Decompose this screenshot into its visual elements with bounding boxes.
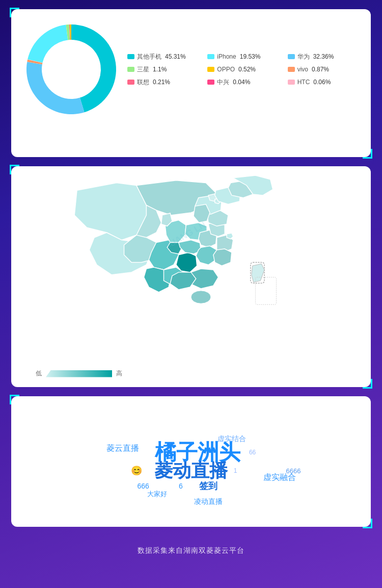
legend-pct: 0.52% bbox=[238, 66, 256, 73]
word-cloud-item: 虚实结合 bbox=[217, 434, 246, 444]
legend-name: 联想 bbox=[137, 78, 149, 87]
legend-color bbox=[288, 80, 295, 85]
legend-item: 华为 32.36% bbox=[288, 53, 362, 61]
legend-pct: 0.06% bbox=[313, 79, 331, 86]
legend-color bbox=[207, 54, 214, 59]
legend-color bbox=[127, 80, 134, 85]
legend-pct: 45.31% bbox=[165, 53, 186, 60]
legend-item: 三星 1.1% bbox=[127, 65, 201, 74]
device-legend: 其他手机 45.31% iPhone 19.53% 华为 32.36% 三星 1… bbox=[127, 53, 362, 87]
word-cloud-item: 菱动直播 bbox=[154, 458, 228, 483]
legend-pct: 1.1% bbox=[153, 66, 167, 73]
legend-name: 三星 bbox=[137, 65, 149, 74]
legend-pct: 0.21% bbox=[153, 79, 170, 86]
legend-low-label: 低 bbox=[36, 369, 42, 378]
word-cloud-item: 1 bbox=[234, 467, 237, 474]
legend-name: vivo bbox=[297, 66, 308, 73]
legend-item: 中兴 0.04% bbox=[207, 78, 281, 87]
word-cloud-item: 6666 bbox=[286, 467, 301, 474]
word-cloud-container: 橘子洲头菱动直播菱云直播虚实结合虚实融合签到66661666666大家好凌动直播… bbox=[20, 405, 362, 518]
legend-color bbox=[288, 67, 295, 72]
word-cloud-item: 凌动直播 bbox=[194, 497, 223, 506]
legend-item: OPPO 0.52% bbox=[207, 65, 281, 74]
legend-item: 其他手机 45.31% bbox=[127, 53, 201, 61]
legend-pct: 0.87% bbox=[312, 66, 329, 73]
legend-name: iPhone bbox=[217, 53, 236, 60]
word-cloud-item: 大家好 bbox=[147, 490, 167, 499]
footer: 数据采集来自湖南双菱菱云平台 bbox=[0, 536, 382, 563]
legend-item: iPhone 19.53% bbox=[207, 53, 281, 61]
word-cloud-item: 😊 bbox=[131, 465, 142, 476]
legend-high-label: 高 bbox=[116, 369, 122, 378]
legend-pct: 19.53% bbox=[240, 53, 261, 60]
legend-item: vivo 0.87% bbox=[288, 65, 362, 74]
legend-name: 其他手机 bbox=[137, 53, 161, 61]
legend-name: OPPO bbox=[217, 66, 235, 73]
legend-color bbox=[288, 54, 295, 59]
legend-item: HTC 0.06% bbox=[288, 78, 362, 87]
gradient-bar bbox=[46, 370, 112, 377]
geo-distribution-panel: SUANG LN 低 高 bbox=[11, 166, 371, 387]
map-legend: 低 高 bbox=[36, 369, 122, 378]
word-cloud-item: 6 bbox=[179, 482, 183, 490]
china-map: SUANG LN bbox=[20, 175, 362, 364]
legend-name: HTC bbox=[297, 79, 310, 86]
legend-item: 联想 0.21% bbox=[127, 78, 201, 87]
legend-name: 华为 bbox=[297, 53, 310, 61]
legend-color bbox=[127, 54, 134, 59]
footer-text: 数据采集来自湖南双菱菱云平台 bbox=[138, 546, 244, 554]
device-distribution-panel: 其他手机 45.31% iPhone 19.53% 华为 32.36% 三星 1… bbox=[11, 9, 371, 157]
word-cloud-item: 签到 bbox=[199, 480, 217, 492]
word-cloud-panel: 橘子洲头菱动直播菱云直播虚实结合虚实融合签到66661666666大家好凌动直播… bbox=[11, 396, 371, 527]
word-cloud-item: 菱云直播 bbox=[106, 443, 139, 453]
svg-point-1 bbox=[191, 291, 211, 303]
legend-color bbox=[207, 80, 214, 85]
word-cloud-item: 66 bbox=[249, 449, 256, 456]
donut-chart bbox=[20, 18, 122, 120]
legend-color bbox=[207, 67, 214, 72]
legend-pct: 0.04% bbox=[233, 79, 250, 86]
legend-pct: 32.36% bbox=[313, 53, 334, 60]
legend-color bbox=[127, 67, 134, 72]
legend-name: 中兴 bbox=[217, 78, 229, 87]
